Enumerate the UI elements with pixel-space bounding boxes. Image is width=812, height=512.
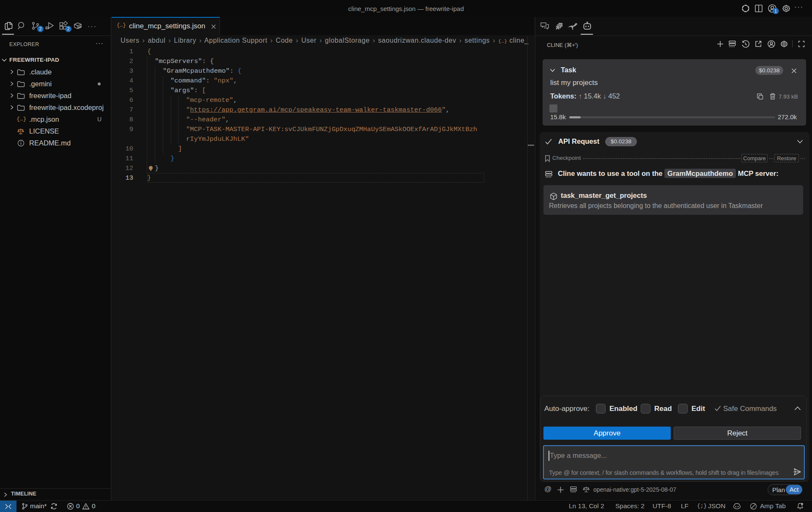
svg-text:1: 1	[774, 8, 777, 14]
